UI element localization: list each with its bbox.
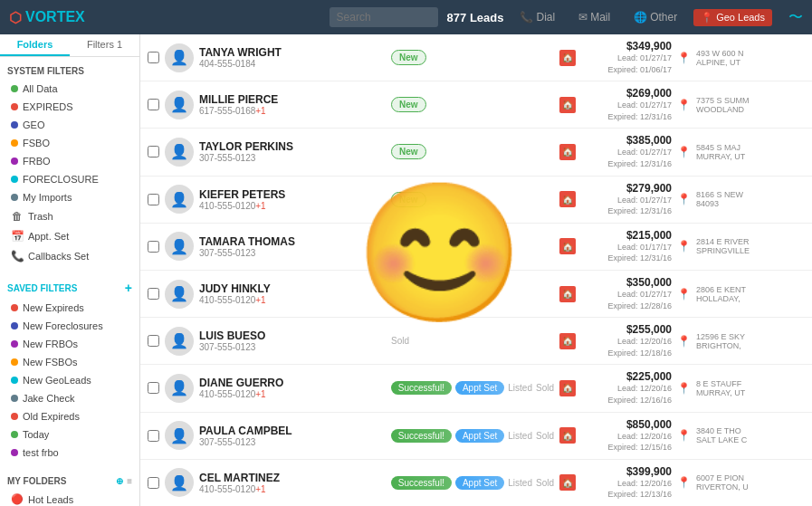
- sidebar-item-hot-leads[interactable]: 🔴Hot Leads: [0, 490, 139, 506]
- lead-checkbox[interactable]: [148, 146, 159, 158]
- add-saved-filter-button[interactable]: +: [125, 281, 132, 295]
- sidebar-item-geo[interactable]: GEO: [0, 116, 139, 134]
- folders-actions: ⊕ ≡: [116, 476, 132, 486]
- lead-dates: Lead: 01/27/17Expired: 01/06/17: [581, 53, 672, 75]
- lead-checkbox[interactable]: [148, 335, 159, 347]
- status-successful: Successful!: [391, 476, 452, 490]
- oe-dot: [11, 413, 18, 420]
- lead-status: Successful! Appt Set Listed Sold: [391, 381, 554, 395]
- tab-folders[interactable]: Folders: [0, 34, 70, 56]
- lead-row[interactable]: 👤 KIEFER PETERS 410-555-0120+1 New 🏠 $27…: [140, 177, 812, 224]
- lead-checkbox[interactable]: [148, 288, 159, 300]
- sidebar-item-trash[interactable]: 🗑 Trash: [0, 206, 139, 226]
- sidebar-item-test-frbo[interactable]: test frbo: [0, 444, 139, 462]
- price-value: $279,900: [581, 182, 672, 195]
- lead-price: $255,000 Lead: 12/20/16Expired: 12/18/16: [581, 323, 672, 358]
- sidebar-item-new-foreclosures[interactable]: New Foreclosures: [0, 317, 139, 335]
- my-folders-title: MY FOLDERS ⊕ ≡: [0, 473, 139, 490]
- house-icon: 🏠: [559, 97, 576, 113]
- frbo-dot: [11, 158, 18, 165]
- lead-row[interactable]: 👤 TANYA WRIGHT 404-555-0184 New 🏠 $349,9…: [140, 34, 812, 81]
- lead-checkbox[interactable]: [148, 194, 159, 205]
- price-value: $399,900: [581, 465, 672, 478]
- lead-row[interactable]: 👤 LUIS BUESO 307-555-0123 Sold 🏠 $255,00…: [140, 318, 812, 365]
- sidebar-item-expireds[interactable]: EXPIREDS: [0, 98, 139, 116]
- lead-name: TAYLOR PERKINS: [199, 140, 386, 153]
- header-wave-icon: 〜: [788, 8, 803, 27]
- lead-checkbox[interactable]: [148, 52, 159, 63]
- house-icon: 🏠: [559, 380, 576, 396]
- all-data-dot: [11, 85, 18, 92]
- sidebar-item-fsbo[interactable]: FSBO: [0, 134, 139, 152]
- sidebar-item-old-expireds[interactable]: Old Expireds: [0, 407, 139, 425]
- lead-row[interactable]: 👤 CEL MARTINEZ 410-555-0120+1 Successful…: [140, 460, 812, 506]
- lead-checkbox[interactable]: [148, 99, 159, 110]
- mail-button[interactable]: ✉ Mail: [571, 8, 617, 26]
- lead-address: 5845 S MAJ MURRAY, UT: [696, 143, 805, 161]
- lead-checkbox[interactable]: [148, 477, 159, 489]
- lead-phone: 404-555-0184: [199, 59, 386, 69]
- tab-filters[interactable]: Filters 1: [70, 34, 139, 56]
- lead-row[interactable]: 👤 PAULA CAMPBEL 307-555-0123 Successful!…: [140, 413, 812, 460]
- lead-phone: 410-555-0120+1: [199, 389, 386, 399]
- sidebar-item-new-expireds[interactable]: New Expireds: [0, 299, 139, 317]
- system-filters-title: SYSTEM FILTERS: [0, 62, 139, 80]
- status-listed: Listed: [508, 383, 532, 393]
- search-input[interactable]: [330, 7, 438, 27]
- sidebar-item-foreclosure[interactable]: FORECLOSURE: [0, 170, 139, 188]
- lead-info: JUDY HINKLY 410-555-0120+1: [199, 282, 386, 305]
- status-badge: New: [391, 144, 426, 159]
- other-button[interactable]: 🌐 Other: [626, 8, 684, 26]
- lead-phone: 410-555-0120+1: [199, 484, 386, 494]
- lead-name: MILLIE PIERCE: [199, 93, 386, 106]
- avatar: 👤: [165, 138, 194, 167]
- geo-leads-button[interactable]: 📍 Geo Leads: [693, 9, 772, 26]
- sidebar-item-appt-set[interactable]: 📅 Appt. Set: [0, 226, 139, 246]
- lead-phone: 410-555-0120+1: [199, 295, 386, 305]
- lead-dates: Lead: 01/27/17Expired: 12/28/16: [581, 289, 672, 311]
- lead-price: $225,000 Lead: 12/20/16Expired: 12/16/16: [581, 370, 672, 406]
- lead-phone: 307-555-0123: [199, 248, 386, 258]
- lead-dates: Lead: 12/20/16Expired: 12/16/16: [581, 383, 672, 406]
- sidebar-item-new-fsbos[interactable]: New FSBOs: [0, 353, 139, 371]
- lead-row[interactable]: 👤 DIANE GUERRO 410-555-0120+1 Successful…: [140, 365, 812, 412]
- house-icon: 🏠: [559, 286, 576, 302]
- sidebar-item-today[interactable]: Today: [0, 425, 139, 444]
- lead-price: $349,900 Lead: 01/27/17Expired: 01/06/17: [581, 40, 672, 75]
- lead-checkbox[interactable]: [148, 382, 159, 394]
- lead-checkbox[interactable]: [148, 241, 159, 253]
- sidebar-item-jake-check[interactable]: Jake Check: [0, 389, 139, 407]
- hot-leads-icon: 🔴: [11, 493, 24, 505]
- sidebar-item-callbacks-set[interactable]: 📞 Callbacks Set: [0, 246, 139, 266]
- folder-settings-icon[interactable]: ≡: [127, 476, 132, 486]
- lead-name: DIANE GUERRO: [199, 377, 386, 389]
- lead-dates: Lead: 01/27/17Expired: 12/31/16: [581, 147, 672, 169]
- location-icon: 📍: [677, 335, 691, 348]
- status-badge: New: [391, 97, 426, 112]
- sidebar-item-my-imports[interactable]: My Imports: [0, 188, 139, 206]
- sidebar-item-new-geoleads[interactable]: New GeoLeads: [0, 371, 139, 389]
- sidebar-item-all-data[interactable]: All Data: [0, 80, 139, 98]
- sidebar-item-frbo[interactable]: FRBO: [0, 152, 139, 170]
- lead-address: 2814 E RIVER SPRINGVILLE: [696, 237, 805, 255]
- geo-dot: [11, 121, 18, 129]
- lead-row[interactable]: 👤 MILLIE PIERCE 617-555-0168+1 New 🏠 $26…: [140, 81, 812, 129]
- lead-price: $399,900 Lead: 12/20/16Expired: 12/13/16: [581, 465, 672, 501]
- dial-button[interactable]: 📞 Dial: [512, 8, 562, 26]
- lead-row[interactable]: 👤 TAMARA THOMAS 307-555-0123 🏠 $215,000 …: [140, 224, 812, 271]
- expireds-dot: [11, 103, 18, 110]
- add-folder-button[interactable]: ⊕: [116, 476, 123, 486]
- lead-price: $385,000 Lead: 01/27/17Expired: 12/31/16: [581, 134, 672, 169]
- lead-row[interactable]: 👤 JUDY HINKLY 410-555-0120+1 🏠 $350,000 …: [140, 271, 812, 318]
- tf-dot: [11, 449, 18, 456]
- lead-address: 3840 E THO SALT LAKE C: [696, 426, 805, 444]
- lead-checkbox[interactable]: [148, 430, 159, 442]
- main-layout: Folders Filters 1 SYSTEM FILTERS All Dat…: [0, 34, 812, 506]
- lead-phone: 307-555-0123: [199, 437, 386, 447]
- sidebar-item-new-frbos[interactable]: New FRBOs: [0, 335, 139, 353]
- price-value: $349,900: [581, 40, 672, 53]
- lead-row[interactable]: 👤 TAYLOR PERKINS 307-555-0123 New 🏠 $385…: [140, 129, 812, 176]
- location-icon: 📍: [677, 288, 691, 301]
- lead-price: $215,000 Lead: 01/17/17Expired: 12/31/16: [581, 229, 672, 264]
- location-icon: 📍: [677, 146, 691, 158]
